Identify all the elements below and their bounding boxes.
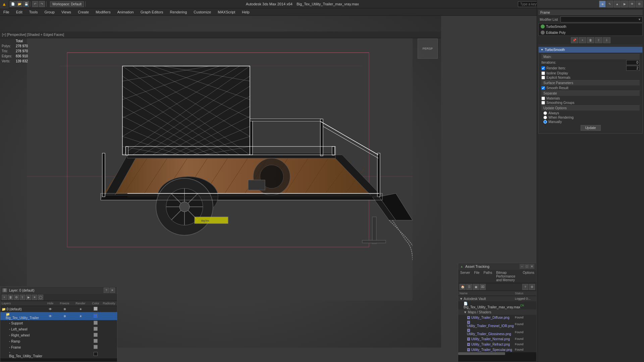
asset-menu-paths[interactable]: Paths [483, 270, 493, 282]
always-radio[interactable] [543, 111, 547, 115]
layer-color-5[interactable] [94, 339, 98, 343]
motion-icon[interactable]: ▶ [621, 1, 628, 7]
layer-select-button[interactable]: ▶ [26, 295, 31, 300]
asset-list[interactable]: ▼ Autodesk Vault Logged O... 📄 Big_Tex_U… [458, 296, 536, 352]
asset-maximize-button[interactable]: □ [525, 264, 529, 269]
create-icon[interactable]: ◆ [599, 1, 606, 7]
asset-grid-icon[interactable]: ▣ [473, 284, 479, 290]
pin-button[interactable]: 📌 [571, 37, 578, 43]
layer-row-5[interactable]: ◦ Ramp [0, 338, 117, 344]
update-button[interactable]: Update [581, 125, 601, 131]
display-icon[interactable]: 👁 [629, 1, 635, 7]
menu-group[interactable]: Group [41, 9, 58, 15]
editable-poly-item[interactable]: Editable Poly [539, 29, 642, 36]
move-down-button[interactable]: ⇩ [603, 37, 610, 43]
layer-row-1[interactable]: 📁 Big_Tex_Utility_Trailer 👁 ❄ ☀ [0, 312, 117, 320]
menu-customize[interactable]: Customize [190, 9, 214, 15]
layer-new-button[interactable]: + [2, 295, 7, 300]
asset-menu-options[interactable]: Options [522, 270, 535, 282]
menu-maxscript[interactable]: MAXScript [214, 9, 238, 15]
menu-tools[interactable]: Tools [26, 9, 41, 15]
layer-color-0[interactable] [94, 307, 98, 311]
open-button[interactable]: 📂 [16, 1, 22, 7]
asset-close-button[interactable]: ✕ [530, 264, 534, 269]
asset-row-refract[interactable]: 🖼 Utility_Trailer_Refract.png Found [458, 342, 536, 347]
asset-row-maxfile[interactable]: 📄 Big_Tex_Utility_Trailer_max_vray.max O… [458, 301, 536, 309]
asset-row-specular[interactable]: 🖼 Utility_Trailer_Specular.png Found [458, 347, 536, 352]
layer-row-4[interactable]: ◦ Right_wheel [0, 332, 117, 338]
layer-row-0[interactable]: 📁 0 (default) 👁 ❄ ☀ [0, 306, 117, 312]
layers-columns: Layers Hide Freeze Render Color Radiosit… [0, 301, 117, 306]
layer-color-6[interactable] [94, 345, 98, 349]
layer-color-2[interactable] [94, 321, 98, 325]
asset-row-diffuse[interactable]: 🖼 Utility_Trailer_Diffuse.png Found [458, 315, 536, 320]
explicit-normals-checkbox[interactable] [541, 76, 545, 79]
move-up-button[interactable]: ⇧ [595, 37, 602, 43]
asset-help-icon[interactable]: ? [522, 284, 528, 290]
manually-radio[interactable] [543, 120, 547, 124]
undo-button[interactable]: ↶ [32, 1, 38, 7]
asset-row-glossiness[interactable]: 🖼 Utility_Trailer_Glossiness.png Found [458, 328, 536, 336]
modify-icon[interactable]: ✎ [606, 1, 613, 7]
menu-help[interactable]: Help [238, 9, 253, 15]
asset-scrollbar[interactable] [458, 352, 536, 355]
render-iters-input[interactable] [626, 66, 640, 71]
asset-row-normal[interactable]: 🖼 Utility_Trailer_Normal.png Found [458, 336, 536, 342]
layer-active-button[interactable]: ☀ [32, 295, 37, 300]
layer-row-6[interactable]: ◦ Frame [0, 344, 117, 350]
layer-color-4[interactable] [94, 333, 98, 337]
when-rendering-radio[interactable] [543, 116, 547, 119]
modifier-dropdown[interactable]: ▼ [560, 16, 643, 22]
layers-list[interactable]: 📁 0 (default) 👁 ❄ ☀ 📁 Big_Tex_Utility_Tr… [0, 306, 117, 358]
asset-table-icon[interactable]: ⌧ [480, 284, 486, 290]
asset-row-fresnel[interactable]: 🖼 Utility_Trailer_Fresnel_IOR.png Found [458, 320, 536, 328]
layer-highlight-button[interactable]: ◯ [38, 295, 43, 300]
hierarchy-icon[interactable]: ▲ [614, 1, 621, 7]
layer-color-7[interactable] [94, 352, 98, 356]
layers-scrollbar[interactable] [0, 358, 117, 362]
layers-help-button[interactable]: ? [104, 288, 109, 293]
layer-color-3[interactable] [94, 327, 98, 331]
menu-graph-editors[interactable]: Graph Editors [137, 9, 167, 15]
menu-views[interactable]: Views [58, 9, 74, 15]
asset-row-maps[interactable]: ▼ Maps / Shaders [458, 309, 536, 315]
isoline-row: Isoline Display [541, 71, 640, 75]
asset-vault-icon[interactable]: 🏠 [460, 284, 466, 290]
turbosmooth-item[interactable]: TurboSmooth [539, 23, 642, 29]
smooth-result-checkbox[interactable] [541, 86, 545, 90]
new-button[interactable]: 📄 [10, 1, 16, 7]
iterations-input[interactable] [626, 60, 640, 65]
menu-modifiers[interactable]: Modifiers [92, 9, 114, 15]
menu-create[interactable]: Create [74, 9, 92, 15]
smoothing-groups-checkbox[interactable] [541, 101, 545, 105]
svg-point-63 [179, 202, 190, 212]
layer-row-3[interactable]: ◦ Left_wheel [0, 326, 117, 332]
asset-settings-icon[interactable]: ⚙ [529, 284, 535, 290]
materials-checkbox[interactable] [541, 97, 545, 100]
utilities-icon[interactable]: ⚙ [636, 1, 643, 7]
menu-rendering[interactable]: Rendering [167, 9, 191, 15]
asset-row-vault[interactable]: ▼ Autodesk Vault Logged O... [458, 296, 536, 301]
render-iters-checkbox[interactable] [541, 66, 545, 70]
layer-settings-button[interactable]: ⚙ [14, 295, 19, 300]
layer-add-obj-button[interactable]: ⇪ [20, 295, 25, 300]
isoline-checkbox[interactable] [541, 71, 545, 75]
layer-color-1[interactable] [94, 314, 98, 318]
menu-animation[interactable]: Animation [114, 9, 137, 15]
add-mod-button[interactable]: + [579, 37, 586, 43]
layer-delete-button[interactable]: 🗑 [8, 295, 13, 300]
layers-close-button[interactable]: ✕ [110, 288, 115, 293]
menu-file[interactable]: File [0, 9, 13, 15]
asset-menu-file[interactable]: File [473, 270, 480, 282]
asset-minimize-button[interactable]: − [520, 264, 524, 269]
save-button[interactable]: 💾 [23, 1, 29, 7]
menu-edit[interactable]: Edit [13, 9, 26, 15]
workspace-button[interactable]: Workspace: Default [50, 1, 84, 7]
asset-menu-bitmap[interactable]: Bitmap Performance and Memory [495, 270, 519, 282]
layer-row-7[interactable]: ◦ Big_Tex_Utility_Trailer [0, 350, 117, 358]
asset-menu-server[interactable]: Server [460, 270, 471, 282]
layer-row-2[interactable]: ◦ Support [0, 320, 117, 326]
redo-button[interactable]: ↷ [39, 1, 45, 7]
asset-list-icon[interactable]: ☰ [466, 284, 472, 290]
delete-mod-button[interactable]: 🗑 [587, 37, 594, 43]
